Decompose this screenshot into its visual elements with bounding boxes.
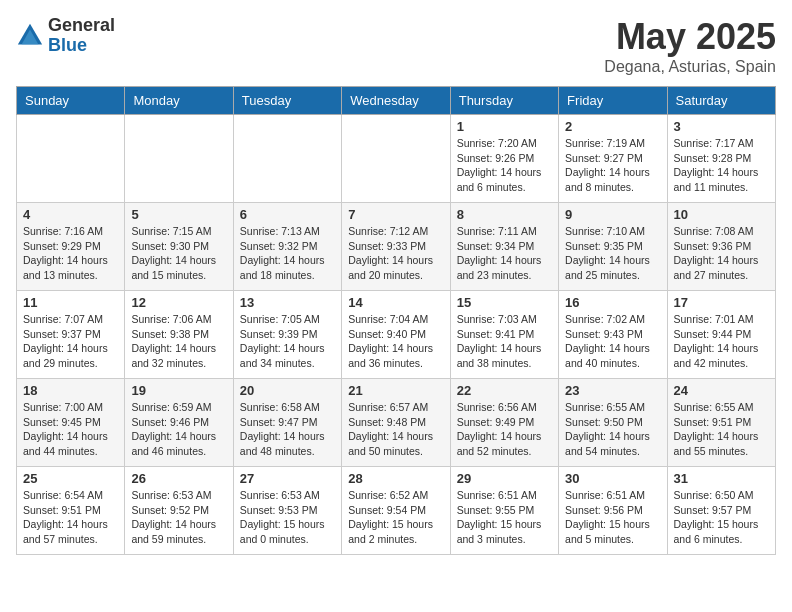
day-header-tuesday: Tuesday <box>233 87 341 115</box>
cell-date: 27 <box>240 471 335 486</box>
cell-info: Sunrise: 6:50 AM Sunset: 9:57 PM Dayligh… <box>674 488 769 547</box>
calendar-cell: 12Sunrise: 7:06 AM Sunset: 9:38 PM Dayli… <box>125 291 233 379</box>
day-header-sunday: Sunday <box>17 87 125 115</box>
calendar-cell: 23Sunrise: 6:55 AM Sunset: 9:50 PM Dayli… <box>559 379 667 467</box>
cell-info: Sunrise: 6:54 AM Sunset: 9:51 PM Dayligh… <box>23 488 118 547</box>
calendar-cell: 22Sunrise: 6:56 AM Sunset: 9:49 PM Dayli… <box>450 379 558 467</box>
calendar-cell: 18Sunrise: 7:00 AM Sunset: 9:45 PM Dayli… <box>17 379 125 467</box>
cell-date: 19 <box>131 383 226 398</box>
day-header-friday: Friday <box>559 87 667 115</box>
cell-date: 23 <box>565 383 660 398</box>
cell-info: Sunrise: 7:08 AM Sunset: 9:36 PM Dayligh… <box>674 224 769 283</box>
cell-info: Sunrise: 6:57 AM Sunset: 9:48 PM Dayligh… <box>348 400 443 459</box>
calendar-cell <box>125 115 233 203</box>
cell-info: Sunrise: 7:11 AM Sunset: 9:34 PM Dayligh… <box>457 224 552 283</box>
cell-date: 7 <box>348 207 443 222</box>
calendar-row: 18Sunrise: 7:00 AM Sunset: 9:45 PM Dayli… <box>17 379 776 467</box>
cell-info: Sunrise: 7:15 AM Sunset: 9:30 PM Dayligh… <box>131 224 226 283</box>
cell-info: Sunrise: 7:16 AM Sunset: 9:29 PM Dayligh… <box>23 224 118 283</box>
cell-info: Sunrise: 6:55 AM Sunset: 9:51 PM Dayligh… <box>674 400 769 459</box>
cell-date: 29 <box>457 471 552 486</box>
calendar-cell: 17Sunrise: 7:01 AM Sunset: 9:44 PM Dayli… <box>667 291 775 379</box>
cell-info: Sunrise: 6:53 AM Sunset: 9:53 PM Dayligh… <box>240 488 335 547</box>
cell-date: 3 <box>674 119 769 134</box>
cell-info: Sunrise: 6:59 AM Sunset: 9:46 PM Dayligh… <box>131 400 226 459</box>
cell-date: 24 <box>674 383 769 398</box>
logo-general-text: General <box>48 16 115 36</box>
cell-info: Sunrise: 7:20 AM Sunset: 9:26 PM Dayligh… <box>457 136 552 195</box>
cell-date: 5 <box>131 207 226 222</box>
logo: General Blue <box>16 16 115 56</box>
calendar-cell: 6Sunrise: 7:13 AM Sunset: 9:32 PM Daylig… <box>233 203 341 291</box>
calendar-cell: 25Sunrise: 6:54 AM Sunset: 9:51 PM Dayli… <box>17 467 125 555</box>
cell-date: 18 <box>23 383 118 398</box>
cell-info: Sunrise: 6:51 AM Sunset: 9:56 PM Dayligh… <box>565 488 660 547</box>
calendar-cell <box>17 115 125 203</box>
cell-date: 10 <box>674 207 769 222</box>
cell-info: Sunrise: 7:03 AM Sunset: 9:41 PM Dayligh… <box>457 312 552 371</box>
calendar-cell: 11Sunrise: 7:07 AM Sunset: 9:37 PM Dayli… <box>17 291 125 379</box>
logo-blue-text: Blue <box>48 36 115 56</box>
cell-date: 8 <box>457 207 552 222</box>
header: General Blue May 2025 Degana, Asturias, … <box>16 16 776 76</box>
cell-info: Sunrise: 7:13 AM Sunset: 9:32 PM Dayligh… <box>240 224 335 283</box>
cell-info: Sunrise: 7:06 AM Sunset: 9:38 PM Dayligh… <box>131 312 226 371</box>
calendar-cell: 20Sunrise: 6:58 AM Sunset: 9:47 PM Dayli… <box>233 379 341 467</box>
cell-date: 16 <box>565 295 660 310</box>
calendar-cell: 24Sunrise: 6:55 AM Sunset: 9:51 PM Dayli… <box>667 379 775 467</box>
cell-date: 25 <box>23 471 118 486</box>
cell-info: Sunrise: 7:00 AM Sunset: 9:45 PM Dayligh… <box>23 400 118 459</box>
cell-date: 21 <box>348 383 443 398</box>
cell-date: 17 <box>674 295 769 310</box>
calendar-cell: 1Sunrise: 7:20 AM Sunset: 9:26 PM Daylig… <box>450 115 558 203</box>
day-header-saturday: Saturday <box>667 87 775 115</box>
cell-date: 6 <box>240 207 335 222</box>
calendar-cell: 7Sunrise: 7:12 AM Sunset: 9:33 PM Daylig… <box>342 203 450 291</box>
cell-date: 15 <box>457 295 552 310</box>
day-header-thursday: Thursday <box>450 87 558 115</box>
cell-info: Sunrise: 7:07 AM Sunset: 9:37 PM Dayligh… <box>23 312 118 371</box>
calendar-cell: 30Sunrise: 6:51 AM Sunset: 9:56 PM Dayli… <box>559 467 667 555</box>
calendar-cell: 16Sunrise: 7:02 AM Sunset: 9:43 PM Dayli… <box>559 291 667 379</box>
title-area: May 2025 Degana, Asturias, Spain <box>604 16 776 76</box>
calendar-row: 1Sunrise: 7:20 AM Sunset: 9:26 PM Daylig… <box>17 115 776 203</box>
cell-info: Sunrise: 7:02 AM Sunset: 9:43 PM Dayligh… <box>565 312 660 371</box>
calendar-cell: 2Sunrise: 7:19 AM Sunset: 9:27 PM Daylig… <box>559 115 667 203</box>
calendar-cell: 5Sunrise: 7:15 AM Sunset: 9:30 PM Daylig… <box>125 203 233 291</box>
cell-date: 14 <box>348 295 443 310</box>
calendar-cell: 3Sunrise: 7:17 AM Sunset: 9:28 PM Daylig… <box>667 115 775 203</box>
day-header-monday: Monday <box>125 87 233 115</box>
calendar-cell: 28Sunrise: 6:52 AM Sunset: 9:54 PM Dayli… <box>342 467 450 555</box>
calendar-header-row: SundayMondayTuesdayWednesdayThursdayFrid… <box>17 87 776 115</box>
cell-date: 20 <box>240 383 335 398</box>
calendar-row: 11Sunrise: 7:07 AM Sunset: 9:37 PM Dayli… <box>17 291 776 379</box>
cell-date: 9 <box>565 207 660 222</box>
cell-info: Sunrise: 6:58 AM Sunset: 9:47 PM Dayligh… <box>240 400 335 459</box>
calendar-cell: 29Sunrise: 6:51 AM Sunset: 9:55 PM Dayli… <box>450 467 558 555</box>
cell-info: Sunrise: 7:12 AM Sunset: 9:33 PM Dayligh… <box>348 224 443 283</box>
cell-date: 1 <box>457 119 552 134</box>
calendar-row: 25Sunrise: 6:54 AM Sunset: 9:51 PM Dayli… <box>17 467 776 555</box>
cell-date: 12 <box>131 295 226 310</box>
calendar-cell: 21Sunrise: 6:57 AM Sunset: 9:48 PM Dayli… <box>342 379 450 467</box>
cell-info: Sunrise: 7:04 AM Sunset: 9:40 PM Dayligh… <box>348 312 443 371</box>
calendar-cell: 26Sunrise: 6:53 AM Sunset: 9:52 PM Dayli… <box>125 467 233 555</box>
calendar-cell: 15Sunrise: 7:03 AM Sunset: 9:41 PM Dayli… <box>450 291 558 379</box>
calendar-cell: 31Sunrise: 6:50 AM Sunset: 9:57 PM Dayli… <box>667 467 775 555</box>
calendar-cell: 14Sunrise: 7:04 AM Sunset: 9:40 PM Dayli… <box>342 291 450 379</box>
calendar-cell <box>342 115 450 203</box>
calendar-cell: 10Sunrise: 7:08 AM Sunset: 9:36 PM Dayli… <box>667 203 775 291</box>
calendar-table: SundayMondayTuesdayWednesdayThursdayFrid… <box>16 86 776 555</box>
cell-info: Sunrise: 7:05 AM Sunset: 9:39 PM Dayligh… <box>240 312 335 371</box>
calendar-title: May 2025 <box>604 16 776 58</box>
calendar-cell: 9Sunrise: 7:10 AM Sunset: 9:35 PM Daylig… <box>559 203 667 291</box>
cell-info: Sunrise: 6:51 AM Sunset: 9:55 PM Dayligh… <box>457 488 552 547</box>
cell-info: Sunrise: 6:52 AM Sunset: 9:54 PM Dayligh… <box>348 488 443 547</box>
cell-info: Sunrise: 6:56 AM Sunset: 9:49 PM Dayligh… <box>457 400 552 459</box>
cell-info: Sunrise: 7:10 AM Sunset: 9:35 PM Dayligh… <box>565 224 660 283</box>
calendar-cell: 19Sunrise: 6:59 AM Sunset: 9:46 PM Dayli… <box>125 379 233 467</box>
cell-info: Sunrise: 6:53 AM Sunset: 9:52 PM Dayligh… <box>131 488 226 547</box>
cell-info: Sunrise: 7:19 AM Sunset: 9:27 PM Dayligh… <box>565 136 660 195</box>
cell-date: 2 <box>565 119 660 134</box>
cell-info: Sunrise: 7:01 AM Sunset: 9:44 PM Dayligh… <box>674 312 769 371</box>
